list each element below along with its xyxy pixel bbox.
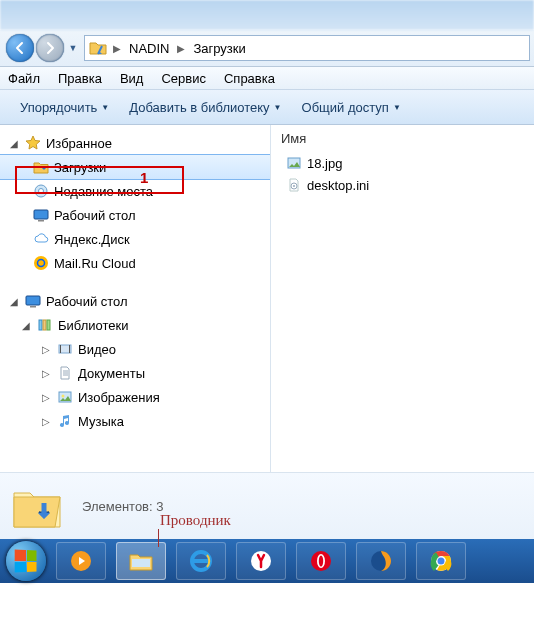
ini-file-icon [285, 176, 303, 194]
menu-service[interactable]: Сервис [161, 71, 206, 86]
mailru-icon [32, 254, 50, 272]
nav-tree: ◢ Избранное Загрузки Недавние места Рабо… [0, 125, 271, 472]
tree-label: Загрузки [54, 160, 106, 175]
star-icon [24, 134, 42, 152]
taskbar-explorer[interactable] [116, 542, 166, 580]
chevron-right-icon: ▶ [111, 43, 123, 54]
menu-file[interactable]: Файл [8, 71, 40, 86]
tree-music[interactable]: ▷ Музыка [0, 409, 270, 433]
expand-icon[interactable]: ▷ [40, 392, 52, 403]
window-titlebar [0, 0, 534, 30]
menu-edit[interactable]: Правка [58, 71, 102, 86]
menu-help[interactable]: Справка [224, 71, 275, 86]
tree-downloads[interactable]: Загрузки [0, 155, 270, 179]
column-header-name[interactable]: Имя [281, 131, 524, 146]
menu-view[interactable]: Вид [120, 71, 144, 86]
tree-label: Рабочий стол [54, 208, 136, 223]
breadcrumb-current[interactable]: Загрузки [187, 36, 251, 60]
tree-desktop[interactable]: Рабочий стол [0, 203, 270, 227]
add-to-library-button[interactable]: Добавить в библиотеку▼ [119, 90, 291, 124]
details-pane: Элементов: 3 Проводник [0, 472, 534, 539]
svg-rect-20 [132, 559, 150, 567]
chevron-down-icon: ▼ [393, 103, 401, 112]
tree-label: Изображения [78, 390, 160, 405]
address-bar[interactable]: ▶ NADIN ▶ Загрузки [84, 35, 530, 61]
forward-button[interactable] [36, 34, 64, 62]
annotation-pointer-line [158, 529, 159, 547]
organize-button[interactable]: Упорядочить▼ [10, 90, 119, 124]
folder-icon [89, 39, 107, 57]
svg-point-18 [293, 185, 295, 187]
share-button[interactable]: Общий доступ▼ [292, 90, 411, 124]
svg-rect-10 [47, 320, 50, 330]
tree-label: Mail.Ru Cloud [54, 256, 136, 271]
taskbar-opera[interactable] [296, 542, 346, 580]
collapse-icon[interactable]: ◢ [8, 138, 20, 149]
taskbar-ie[interactable] [176, 542, 226, 580]
desktop-icon [32, 206, 50, 224]
file-name: 18.jpg [307, 156, 342, 171]
svg-point-25 [319, 556, 323, 567]
tree-label: Видео [78, 342, 116, 357]
windows-logo-icon [15, 550, 37, 573]
chevron-down-icon: ▼ [274, 103, 282, 112]
svg-point-1 [39, 189, 44, 194]
tree-label: Недавние места [54, 184, 153, 199]
breadcrumb-root[interactable]: NADIN [123, 36, 175, 60]
tree-label: Рабочий стол [46, 294, 128, 309]
documents-icon [56, 364, 74, 382]
tree-label: Яндекс.Диск [54, 232, 130, 247]
expand-icon[interactable]: ▷ [40, 368, 52, 379]
svg-point-15 [62, 395, 65, 398]
svg-rect-13 [69, 345, 70, 353]
music-icon [56, 412, 74, 430]
svg-point-4 [34, 256, 48, 270]
file-item[interactable]: desktop.ini [281, 174, 524, 196]
expand-icon[interactable]: ▷ [40, 416, 52, 427]
taskbar-yandex[interactable] [236, 542, 286, 580]
menu-bar: Файл Правка Вид Сервис Справка [0, 67, 534, 90]
expand-icon[interactable]: ▷ [40, 344, 52, 355]
folder-large-icon [10, 479, 64, 533]
svg-point-29 [438, 558, 445, 565]
status-item-count: Элементов: 3 [82, 499, 163, 514]
tree-yandex-disk[interactable]: Яндекс.Диск [0, 227, 270, 251]
tree-label: Документы [78, 366, 145, 381]
history-dropdown[interactable]: ▼ [66, 43, 80, 53]
tree-desktop-root[interactable]: ◢ Рабочий стол [0, 289, 270, 313]
tree-documents[interactable]: ▷ Документы [0, 361, 270, 385]
collapse-icon[interactable]: ◢ [8, 296, 20, 307]
image-file-icon [285, 154, 303, 172]
tree-recent[interactable]: Недавние места [0, 179, 270, 203]
taskbar [0, 539, 534, 583]
svg-rect-12 [60, 345, 61, 353]
tree-label: Избранное [46, 136, 112, 151]
file-item[interactable]: 18.jpg [281, 152, 524, 174]
tree-images[interactable]: ▷ Изображения [0, 385, 270, 409]
tree-favorites[interactable]: ◢ Избранное [0, 131, 270, 155]
tree-mailru-cloud[interactable]: Mail.Ru Cloud [0, 251, 270, 275]
collapse-icon[interactable]: ◢ [20, 320, 32, 331]
taskbar-firefox[interactable] [356, 542, 406, 580]
file-list-pane: Имя 18.jpg desktop.ini [271, 125, 534, 472]
tree-label: Библиотеки [58, 318, 128, 333]
cloud-icon [32, 230, 50, 248]
downloads-icon [32, 158, 50, 176]
explorer-body: ◢ Избранное Загрузки Недавние места Рабо… [0, 125, 534, 472]
svg-rect-9 [43, 320, 46, 330]
annotation-explorer-label: Проводник [160, 512, 231, 529]
taskbar-media-player[interactable] [56, 542, 106, 580]
recent-icon [32, 182, 50, 200]
video-icon [56, 340, 74, 358]
back-button[interactable] [6, 34, 34, 62]
chevron-right-icon: ▶ [175, 43, 187, 54]
tree-libraries[interactable]: ◢ Библиотеки [0, 313, 270, 337]
file-name: desktop.ini [307, 178, 369, 193]
tree-label: Музыка [78, 414, 124, 429]
chevron-down-icon: ▼ [101, 103, 109, 112]
taskbar-chrome[interactable] [416, 542, 466, 580]
start-button[interactable] [6, 541, 46, 581]
images-icon [56, 388, 74, 406]
toolbar: Упорядочить▼ Добавить в библиотеку▼ Общи… [0, 90, 534, 125]
tree-video[interactable]: ▷ Видео [0, 337, 270, 361]
